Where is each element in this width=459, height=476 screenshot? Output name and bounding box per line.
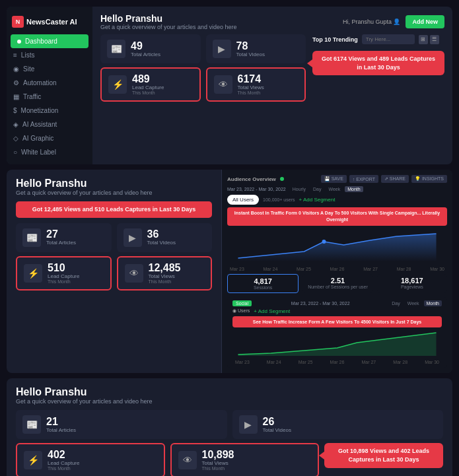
sidebar-item-automation[interactable]: ⚙ Automation	[7, 76, 92, 90]
articles-info-p1: 49 Total Articles	[131, 41, 160, 57]
greeting-p1: Hello Pranshu	[100, 13, 237, 24]
logo: N NewsCaster AI	[7, 12, 92, 34]
list-icon-p1[interactable]: ☰	[430, 35, 439, 44]
month-tab[interactable]: Month	[424, 300, 442, 306]
sessions-label: Sessions	[232, 285, 294, 290]
panel-1: N NewsCaster AI Dashboard ≡ Lists ◉ Site…	[7, 7, 452, 164]
time-tab-day[interactable]: Day	[310, 186, 324, 192]
articles-icon-p2: 📰	[22, 228, 41, 247]
social-tag: Social	[232, 300, 252, 306]
social-add-segment[interactable]: + Add Segment	[254, 308, 290, 314]
automation-icon: ⚙	[13, 79, 19, 86]
sidebar-item-monetization[interactable]: $ Monetization	[7, 104, 92, 118]
analytics-title-text: Audience Overview	[227, 176, 276, 182]
time-tab-month[interactable]: Month	[345, 186, 363, 192]
ai-assistant-label: AI Assistant	[22, 121, 57, 128]
videos-card-p2: ▶ 36 Total Videos	[117, 223, 213, 252]
videos-label-p3: Total Videos	[263, 427, 291, 433]
page-wrapper: N NewsCaster AI Dashboard ≡ Lists ◉ Site…	[0, 0, 459, 476]
stats-bottom-row-p1: ⚡ 489 Lead Capture This Month 👁 6174	[100, 67, 306, 102]
lead-number-p1: 489	[132, 74, 164, 85]
top-bar-panel1: Hello Pranshu Get a quick overview of yo…	[100, 13, 444, 30]
right-area-p1: Top 10 Trending ⊞ ☰ Got 6174 Views and 4…	[312, 34, 444, 75]
views-sublabel-p1: This Month	[238, 90, 264, 95]
day-tab[interactable]: Day	[389, 300, 402, 306]
articles-label-p1: Total Articles	[131, 51, 160, 57]
stats-top-row-p3: 📰 21 Total Articles ▶ 26 Total Videos	[16, 410, 443, 439]
views-info-p1: 6174 Total Views This Month	[238, 74, 264, 95]
callout-p1: Got 6174 Views and 489 Leads Captures in…	[312, 51, 444, 75]
all-users-tab[interactable]: All Users	[227, 195, 259, 205]
add-new-button-p1[interactable]: Add New	[406, 15, 444, 28]
export-btn[interactable]: ↑ EXPORT	[349, 175, 378, 183]
analytics-panel-p2: Audience Overview 💾 SAVE ↑ EXPORT ⇗ SHAR…	[221, 170, 452, 373]
greeting-area-p3: Hello Pranshu Get a quick overview of yo…	[16, 386, 443, 405]
callout-p3: Got 10,898 Views and 402 Leads Captures …	[324, 443, 443, 467]
articles-label-p3: Total Articles	[46, 427, 76, 433]
traffic-label: Traffic	[23, 93, 41, 100]
articles-card-p1: 📰 49 Total Articles	[100, 34, 201, 63]
greeting-sub-p3: Get a quick overview of your articles an…	[16, 398, 443, 405]
hi-text-p1: Hi, Pranshu Gupta 👤	[343, 18, 401, 25]
total-views-card-p3: 👁 10,898 Total Views This Month	[170, 443, 320, 476]
articles-number-p3: 21	[46, 417, 76, 427]
ai-graphic-icon: ◇	[13, 135, 18, 142]
videos-label-p2: Total Videos	[147, 240, 176, 246]
social-chart	[232, 329, 442, 356]
lead-icon-p2: ⚡	[24, 264, 42, 283]
content-area-p1: 📰 49 Total Articles ▶ 78 Total Videos	[100, 34, 444, 106]
analytics-actions: 💾 SAVE ↑ EXPORT ⇗ SHARE 💡 INSIGHTS	[321, 175, 447, 183]
views-number-p3: 10,898	[202, 450, 234, 460]
trending-label-p1: Top 10 Trending	[312, 36, 358, 43]
week-tab[interactable]: Week	[405, 300, 422, 306]
lead-label-p1: Lead Capture	[132, 85, 164, 90]
sidebar-item-site[interactable]: ◉ Site	[7, 62, 92, 76]
callout-p2: Got 12,485 Views and 510 Leads Captures …	[16, 201, 212, 218]
sidebar-item-traffic[interactable]: ▦ Traffic	[7, 90, 92, 104]
greeting-area-p1: Hello Pranshu Get a quick overview of yo…	[100, 13, 237, 30]
views-sublabel-p2: This Month	[149, 279, 181, 284]
time-tab-hourly[interactable]: Hourly	[290, 186, 308, 192]
views-label-p3: Total Views	[202, 460, 234, 466]
social-date-tabs: Day Week Month	[389, 300, 442, 306]
pageviews-label: Pageviews	[381, 285, 443, 289]
sidebar-item-white-label[interactable]: ○ White Label	[7, 145, 92, 159]
time-tab-week[interactable]: Week	[326, 186, 343, 192]
videos-icon-p3: ▶	[239, 415, 258, 434]
line-chart-p2	[227, 228, 447, 261]
automation-label: Automation	[23, 79, 57, 86]
pageviews-stat: 18,617 Pageviews	[377, 274, 447, 293]
trending-icons-p1: ⊞ ☰	[419, 35, 439, 44]
segments-row: All Users 100,000+ users + Add Segment	[227, 195, 447, 205]
lead-number-p2: 510	[48, 263, 79, 273]
social-users-label: ◉ Users	[232, 308, 250, 314]
articles-info-p2: 27 Total Articles	[46, 229, 76, 246]
stats-top-row-p1: 📰 49 Total Articles ▶ 78 Total Videos	[100, 34, 306, 63]
share-btn[interactable]: ⇗ SHARE	[381, 175, 409, 183]
chart-container	[227, 228, 447, 264]
insights-btn[interactable]: 💡 INSIGHTS	[411, 175, 447, 183]
lists-icon: ≡	[13, 51, 17, 59]
lead-number-p3: 402	[48, 450, 79, 460]
mini-stats-row: 4,817 Sessions 2.51 Number of Sessions p…	[227, 274, 447, 293]
sidebar-item-ai-assistant[interactable]: ◈ AI Assistant	[7, 118, 92, 131]
stats-left-p1: 📰 49 Total Articles ▶ 78 Total Videos	[100, 34, 306, 106]
sidebar-item-dashboard[interactable]: Dashboard	[11, 34, 88, 48]
articles-number-p2: 27	[46, 229, 76, 240]
trending-search-p1[interactable]	[362, 34, 415, 44]
date-range-row: Mar 23, 2022 - Mar 30, 2022 Hourly Day W…	[227, 186, 447, 192]
articles-card-p2: 📰 27 Total Articles	[16, 223, 112, 252]
greeting-sub-p1: Get a quick overview of your articles an…	[100, 24, 237, 30]
white-label-label: White Label	[21, 149, 56, 156]
sessions-per-user-number: 2.51	[306, 277, 369, 285]
articles-info-p3: 21 Total Articles	[46, 417, 76, 433]
trending-section-p1: Top 10 Trending ⊞ ☰	[312, 34, 444, 44]
sidebar-item-ai-graphic[interactable]: ◇ AI Graphic	[7, 131, 92, 145]
social-section: Social Mar 23, 2022 - Mar 30, 2022 Day W…	[227, 297, 447, 368]
sidebar-item-lists[interactable]: ≡ Lists	[7, 48, 92, 62]
videos-number-p3: 26	[263, 417, 291, 427]
lead-capture-card-p1: ⚡ 489 Lead Capture This Month	[100, 67, 201, 102]
grid-icon-p1[interactable]: ⊞	[419, 35, 428, 44]
save-btn[interactable]: 💾 SAVE	[321, 175, 347, 183]
add-segment-btn[interactable]: + Add Segment	[299, 197, 335, 203]
